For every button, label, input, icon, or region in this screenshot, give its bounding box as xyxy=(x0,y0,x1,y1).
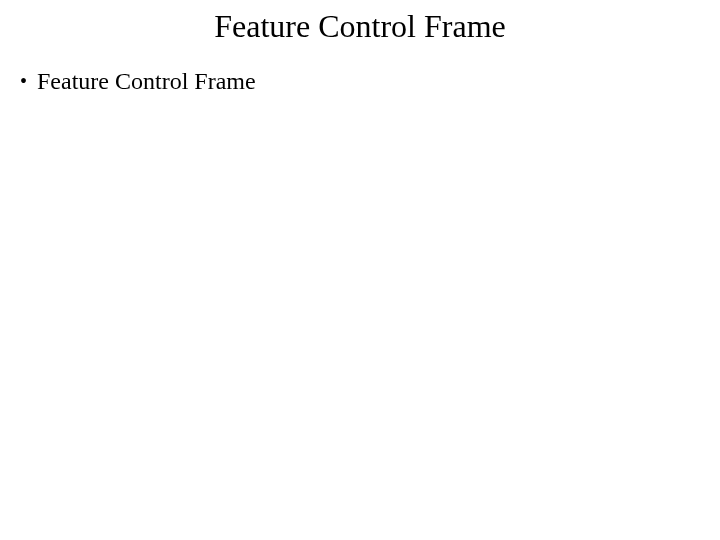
bullet-list: • Feature Control Frame xyxy=(0,67,720,96)
slide-title: Feature Control Frame xyxy=(0,8,720,45)
slide: Feature Control Frame • Feature Control … xyxy=(0,0,720,540)
bullet-icon: • xyxy=(20,67,27,95)
bullet-text: Feature Control Frame xyxy=(37,67,256,96)
list-item: • Feature Control Frame xyxy=(20,67,720,96)
